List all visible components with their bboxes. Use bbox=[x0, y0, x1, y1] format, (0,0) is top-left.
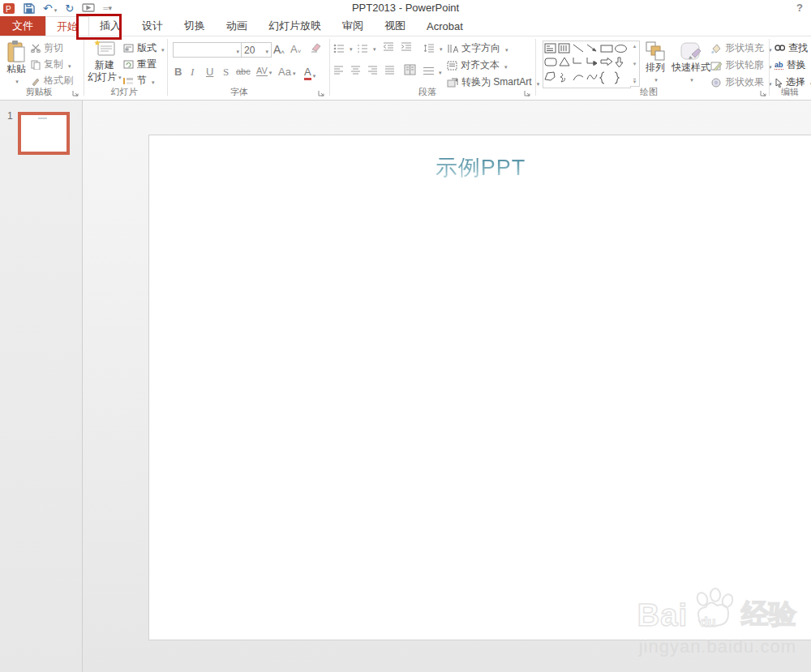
bullets-icon bbox=[333, 44, 345, 53]
window-title: PPT2013 - PowerPoint bbox=[0, 2, 811, 14]
shrink-font-button[interactable]: A˅ bbox=[290, 43, 301, 55]
tab-design[interactable]: 设计 bbox=[131, 16, 174, 36]
watermark-url: jingyan.baidu.com bbox=[637, 636, 796, 657]
tab-view[interactable]: 视图 bbox=[374, 16, 416, 36]
font-size-combo[interactable]: 20 bbox=[241, 42, 272, 58]
tab-review[interactable]: 审阅 bbox=[332, 16, 374, 36]
tab-slideshow[interactable]: 幻灯片放映 bbox=[258, 16, 332, 36]
clear-formatting-icon bbox=[310, 42, 321, 53]
slide-title-text[interactable]: 示例PPT bbox=[149, 153, 811, 182]
decrease-indent-icon bbox=[383, 42, 394, 51]
replace-button[interactable]: ab 替换 bbox=[775, 58, 806, 72]
bold-button[interactable]: B bbox=[174, 66, 182, 78]
justify-button[interactable] bbox=[384, 66, 395, 75]
underline-button[interactable]: U bbox=[206, 66, 213, 78]
text-direction-button[interactable]: 文字方向 bbox=[447, 41, 508, 55]
character-spacing-button[interactable]: AV bbox=[256, 66, 272, 76]
ribbon-tab-bar: 文件 开始 插入 设计 切换 动画 幻灯片放映 审阅 视图 Acrobat bbox=[0, 16, 811, 36]
strikethrough-button[interactable]: abc bbox=[236, 66, 251, 76]
font-name-dropdown-icon[interactable] bbox=[234, 45, 239, 56]
new-slide-icon bbox=[94, 40, 115, 59]
convert-smartart-button[interactable]: 转换为 SmartArt bbox=[447, 75, 539, 89]
slide-canvas[interactable]: 示例PPT bbox=[148, 135, 811, 640]
shape-fill-button[interactable]: 形状填充 bbox=[710, 41, 772, 55]
justify-icon bbox=[384, 66, 395, 75]
ribbon: 粘贴 剪切 复制 格式刷 剪贴板 新建 幻灯片 版式 bbox=[0, 36, 811, 101]
layout-button[interactable]: 版式 bbox=[123, 41, 165, 55]
change-case-button[interactable]: Aa bbox=[278, 66, 295, 78]
shape-effects-button[interactable]: 形状效果 bbox=[710, 75, 772, 89]
align-right-button[interactable] bbox=[367, 66, 378, 75]
grow-font-button[interactable]: A˄ bbox=[273, 43, 285, 56]
columns-icon bbox=[404, 64, 416, 75]
line-spacing-icon bbox=[423, 44, 435, 53]
align-center-button[interactable] bbox=[350, 66, 361, 75]
reset-button[interactable]: 重置 bbox=[123, 58, 157, 71]
quick-styles-icon bbox=[679, 41, 703, 62]
numbering-button[interactable] bbox=[357, 42, 376, 54]
watermark-bai-text: Bai bbox=[637, 598, 688, 633]
section-icon bbox=[123, 76, 134, 85]
shape-fill-icon bbox=[710, 44, 722, 54]
shape-outline-button[interactable]: 形状轮廓 bbox=[710, 58, 772, 72]
increase-indent-button[interactable] bbox=[401, 42, 412, 51]
powerpoint-window: P ↶ ↻ ═▾ PPT2013 - PowerPoint ? 文件 开始 插入… bbox=[0, 0, 811, 672]
tab-file[interactable]: 文件 bbox=[0, 16, 45, 36]
line-spacing-button[interactable] bbox=[423, 42, 443, 54]
shapes-gallery[interactable] bbox=[543, 41, 631, 88]
new-slide-button[interactable]: 新建 幻灯片 bbox=[88, 40, 122, 83]
paste-button[interactable]: 粘贴 bbox=[6, 41, 26, 88]
decrease-indent-button[interactable] bbox=[383, 42, 394, 51]
align-left-icon bbox=[333, 66, 344, 75]
font-size-value: 20 bbox=[244, 45, 255, 56]
slide-thumbnail-1[interactable] bbox=[18, 112, 70, 155]
paragraph-dialog-launcher[interactable] bbox=[524, 90, 531, 97]
distribute-button[interactable] bbox=[423, 66, 442, 77]
format-painter-icon bbox=[31, 76, 41, 86]
tutorial-annotation-box bbox=[76, 14, 122, 40]
text-shadow-button[interactable]: S bbox=[223, 66, 229, 79]
font-size-dropdown-icon[interactable] bbox=[264, 45, 268, 56]
watermark-du-text: du bbox=[700, 615, 716, 630]
arrange-icon bbox=[645, 41, 666, 62]
align-text-button[interactable]: 对齐文本 bbox=[447, 58, 508, 72]
copy-button[interactable]: 复制 bbox=[31, 58, 71, 71]
drawing-dialog-launcher[interactable] bbox=[760, 90, 767, 97]
drawing-group-label: 绘图 bbox=[620, 86, 677, 98]
shapes-gallery-scrollbar[interactable]: ▴ ▾ ▾ bbox=[630, 41, 640, 87]
italic-button[interactable]: I bbox=[191, 66, 194, 79]
baidu-jingyan-watermark: Bai du 经验 jingyan.baidu.com bbox=[637, 588, 796, 657]
clear-formatting-button[interactable] bbox=[310, 42, 321, 53]
slides-group-label: 幻灯片 bbox=[88, 86, 161, 98]
align-left-button[interactable] bbox=[333, 66, 344, 75]
align-right-icon bbox=[367, 66, 378, 75]
tab-transitions[interactable]: 切换 bbox=[174, 16, 216, 36]
workspace: 1 示例PPT Bai du bbox=[0, 101, 811, 672]
tab-acrobat[interactable]: Acrobat bbox=[416, 16, 474, 36]
quick-styles-button[interactable]: 快速样式 bbox=[672, 41, 710, 86]
gallery-more-icon[interactable]: ▾ bbox=[633, 79, 637, 84]
gallery-scroll-down-icon[interactable]: ▾ bbox=[633, 61, 637, 67]
shapes-gallery-icons bbox=[543, 41, 629, 86]
font-dialog-launcher[interactable] bbox=[318, 90, 325, 97]
font-color-button[interactable]: A bbox=[304, 66, 315, 80]
shape-outline-icon bbox=[710, 61, 722, 71]
arrange-button[interactable]: 排列 bbox=[645, 41, 666, 86]
title-bar: P ↶ ↻ ═▾ PPT2013 - PowerPoint ? bbox=[0, 0, 811, 16]
editing-group-label: 编辑 bbox=[769, 86, 811, 98]
text-direction-icon bbox=[447, 44, 458, 54]
numbering-icon bbox=[357, 44, 368, 53]
tab-animations[interactable]: 动画 bbox=[216, 16, 258, 36]
slide-thumbnail-panel[interactable]: 1 bbox=[0, 101, 83, 672]
cut-button[interactable]: 剪切 bbox=[31, 41, 63, 55]
help-icon[interactable]: ? bbox=[796, 2, 803, 14]
bullets-button[interactable] bbox=[333, 42, 353, 54]
find-icon bbox=[775, 44, 785, 53]
gallery-scroll-up-icon[interactable]: ▴ bbox=[633, 43, 637, 49]
font-name-combo[interactable] bbox=[173, 42, 242, 58]
find-button[interactable]: 查找 bbox=[775, 41, 808, 55]
columns-button[interactable] bbox=[404, 64, 416, 75]
distribute-icon bbox=[423, 67, 434, 76]
clipboard-dialog-launcher[interactable] bbox=[72, 90, 79, 97]
clipboard-group-label: 剪贴板 bbox=[6, 86, 71, 98]
